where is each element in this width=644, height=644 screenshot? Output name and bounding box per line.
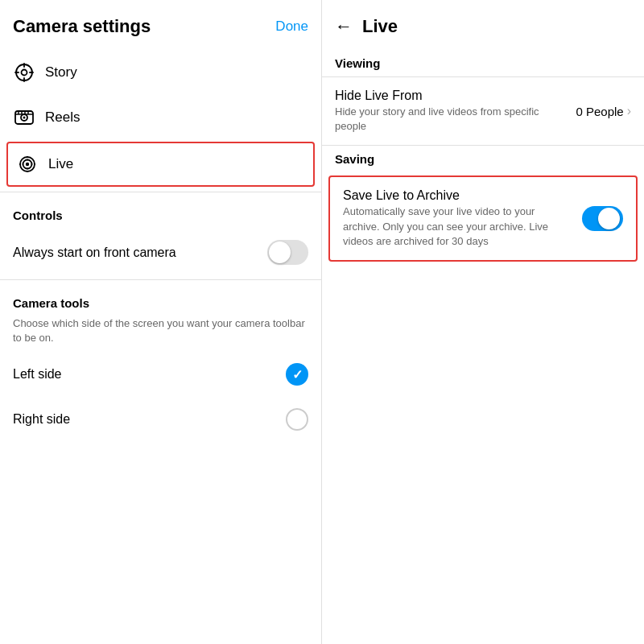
left-side-radio[interactable]: [286, 363, 308, 386]
controls-title: Controls: [0, 196, 321, 229]
svg-point-1: [22, 70, 27, 76]
hide-live-from-desc: Hide your story and live videos from spe…: [335, 105, 566, 134]
save-archive-highlight: Save Live to Archive Automatically save …: [328, 175, 638, 262]
hide-live-from-row[interactable]: Hide Live From Hide your story and live …: [322, 77, 644, 145]
camera-tools-title: Camera tools: [0, 283, 321, 316]
hide-live-from-title: Hide Live From: [335, 89, 566, 103]
sidebar-item-live[interactable]: Live: [6, 142, 315, 187]
left-panel: Camera settings Done Story: [0, 0, 322, 644]
story-icon: [13, 61, 35, 84]
saving-section: Saving Save Live to Archive Automaticall…: [322, 146, 644, 265]
save-archive-title: Save Live to Archive: [343, 188, 572, 203]
hide-live-from-info: Hide Live From Hide your story and live …: [335, 89, 566, 134]
left-nav: Story Reels: [0, 50, 321, 188]
right-panel: ← Live Viewing Hide Live From Hide your …: [322, 0, 644, 644]
right-side-label: Right side: [13, 412, 70, 427]
save-archive-desc: Automatically save your live video to yo…: [343, 204, 572, 249]
left-header: Camera settings Done: [0, 0, 321, 50]
viewing-section: Viewing Hide Live From Hide your story a…: [322, 50, 644, 146]
right-side-radio[interactable]: [286, 408, 308, 431]
sidebar-item-reels[interactable]: Reels: [0, 95, 321, 140]
live-icon: [16, 153, 39, 175]
divider-1: [0, 192, 321, 192]
viewing-title: Viewing: [322, 50, 644, 76]
front-camera-toggle[interactable]: [267, 240, 308, 265]
sidebar-item-story[interactable]: Story: [0, 50, 321, 95]
save-archive-row: Save Live to Archive Automatically save …: [330, 177, 636, 260]
front-camera-row: Always start on front camera: [0, 229, 321, 276]
reels-icon: [13, 106, 35, 129]
live-label: Live: [48, 156, 73, 172]
camera-tools-section: Camera tools Choose which side of the sc…: [0, 283, 321, 442]
right-panel-title: Live: [362, 16, 398, 37]
done-button[interactable]: Done: [275, 19, 308, 35]
left-panel-title: Camera settings: [13, 16, 151, 37]
saving-title: Saving: [322, 146, 644, 172]
divider-2: [0, 279, 321, 280]
save-archive-toggle[interactable]: [582, 206, 623, 231]
save-archive-info: Save Live to Archive Automatically save …: [343, 188, 572, 249]
chevron-icon: ›: [627, 104, 631, 118]
camera-tools-desc: Choose which side of the screen you want…: [0, 316, 321, 352]
back-button[interactable]: ←: [335, 16, 353, 37]
left-side-row[interactable]: Left side: [0, 352, 321, 397]
reels-label: Reels: [45, 109, 80, 126]
svg-point-8: [23, 117, 26, 119]
left-side-label: Left side: [13, 367, 61, 382]
story-label: Story: [45, 64, 77, 80]
hide-live-from-value: 0 People: [576, 105, 623, 118]
front-camera-label: Always start on front camera: [13, 246, 176, 260]
right-header: ← Live: [322, 0, 644, 50]
controls-section: Controls Always start on front camera: [0, 196, 321, 276]
svg-point-14: [26, 163, 29, 166]
right-side-row[interactable]: Right side: [0, 397, 321, 442]
